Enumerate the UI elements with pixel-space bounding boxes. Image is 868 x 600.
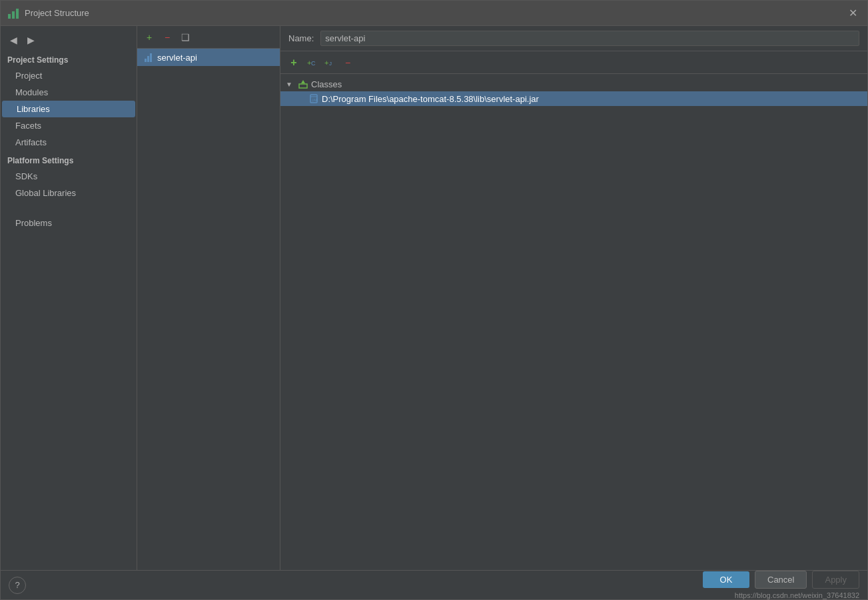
library-name: servlet-api xyxy=(157,53,197,63)
leaf-spacer: ▷ xyxy=(296,95,306,103)
list-item[interactable]: servlet-api xyxy=(137,49,280,66)
expand-arrow: ▼ xyxy=(286,81,295,88)
list-toolbar: + − ❑ xyxy=(137,26,280,49)
main-content: ◀ ▶ Project Settings Project Modules Lib… xyxy=(1,26,867,570)
name-label: Name: xyxy=(288,33,314,43)
ok-button[interactable]: OK xyxy=(703,571,749,588)
classes-icon xyxy=(298,79,308,89)
bar-chart-icon xyxy=(145,53,152,62)
project-structure-dialog: Project Structure ✕ ◀ ▶ Project Settings… xyxy=(0,0,868,600)
add-library-button[interactable]: + xyxy=(141,29,157,45)
svg-rect-2 xyxy=(16,9,19,19)
add-jar-icon: + J xyxy=(324,57,335,68)
sidebar-item-problems[interactable]: Problems xyxy=(1,215,137,231)
svg-rect-0 xyxy=(8,14,11,19)
sidebar-item-libraries[interactable]: Libraries xyxy=(2,101,135,117)
svg-text:J: J xyxy=(329,61,332,67)
apply-button: Apply xyxy=(812,571,859,589)
svg-text:JAR: JAR xyxy=(312,98,318,102)
status-url: https://blog.csdn.net/weixin_37641832 xyxy=(735,591,859,599)
bottom-right: OK Cancel Apply xyxy=(703,571,859,589)
dialog-title: Project Structure xyxy=(25,8,845,18)
classes-label: Classes xyxy=(311,79,342,89)
library-icon xyxy=(143,52,153,63)
title-bar: Project Structure ✕ xyxy=(1,1,867,26)
list-panel: + − ❑ servlet-api xyxy=(137,26,280,570)
sidebar-item-global-libraries[interactable]: Global Libraries xyxy=(1,185,137,201)
platform-settings-section: Platform Settings xyxy=(1,151,137,168)
jar-file-icon: JAR xyxy=(308,93,319,104)
svg-text:C: C xyxy=(311,60,316,67)
add-classes-button[interactable]: + C xyxy=(304,55,320,71)
close-button[interactable]: ✕ xyxy=(845,5,861,21)
sidebar-item-sdks[interactable]: SDKs xyxy=(1,168,137,185)
detail-panel: Name: + + C + xyxy=(280,26,867,570)
tree-node-classes[interactable]: ▼ Classes xyxy=(280,77,867,91)
add-classes-icon: + C xyxy=(306,57,317,68)
remove-item-button[interactable]: − xyxy=(340,55,356,71)
svg-rect-7 xyxy=(299,84,307,88)
sidebar-item-modules[interactable]: Modules xyxy=(1,84,137,101)
sidebar-item-artifacts[interactable]: Artifacts xyxy=(1,134,137,151)
svg-rect-1 xyxy=(12,11,15,19)
nav-forward-button[interactable]: ▶ xyxy=(23,33,38,47)
add-item-button[interactable]: + xyxy=(286,55,302,71)
library-list: servlet-api xyxy=(137,49,280,570)
cancel-button[interactable]: Cancel xyxy=(755,571,807,589)
copy-library-button[interactable]: ❑ xyxy=(177,29,193,45)
jar-file-path: D:\Program Files\apache-tomcat-8.5.38\li… xyxy=(322,94,539,104)
sidebar-item-facets[interactable]: Facets xyxy=(1,117,137,134)
detail-tree: ▼ Classes ▷ xyxy=(280,74,867,570)
svg-marker-8 xyxy=(301,80,305,83)
name-row: Name: xyxy=(280,26,867,51)
app-icon xyxy=(7,7,19,19)
help-button[interactable]: ? xyxy=(9,577,26,594)
detail-toolbar: + + C + J − xyxy=(280,51,867,74)
remove-library-button[interactable]: − xyxy=(159,29,175,45)
project-settings-section: Project Settings xyxy=(1,50,137,67)
panel-split: + − ❑ servlet-api xyxy=(137,26,867,570)
bottom-bar: ? OK Cancel Apply https://blog.csdn.net/… xyxy=(1,570,867,599)
bottom-left: ? xyxy=(9,577,26,594)
name-input[interactable] xyxy=(320,31,859,46)
sidebar: ◀ ▶ Project Settings Project Modules Lib… xyxy=(1,26,137,570)
add-jar-button[interactable]: + J xyxy=(322,55,338,71)
tree-node-jar[interactable]: ▷ JAR D:\Program Files\apache-tomcat-8.5… xyxy=(280,91,867,106)
svg-text:+: + xyxy=(324,59,328,67)
bottom-right-container: OK Cancel Apply https://blog.csdn.net/we… xyxy=(703,571,859,599)
nav-row: ◀ ▶ xyxy=(1,30,137,50)
sidebar-item-project[interactable]: Project xyxy=(1,67,137,84)
nav-back-button[interactable]: ◀ xyxy=(6,33,21,47)
